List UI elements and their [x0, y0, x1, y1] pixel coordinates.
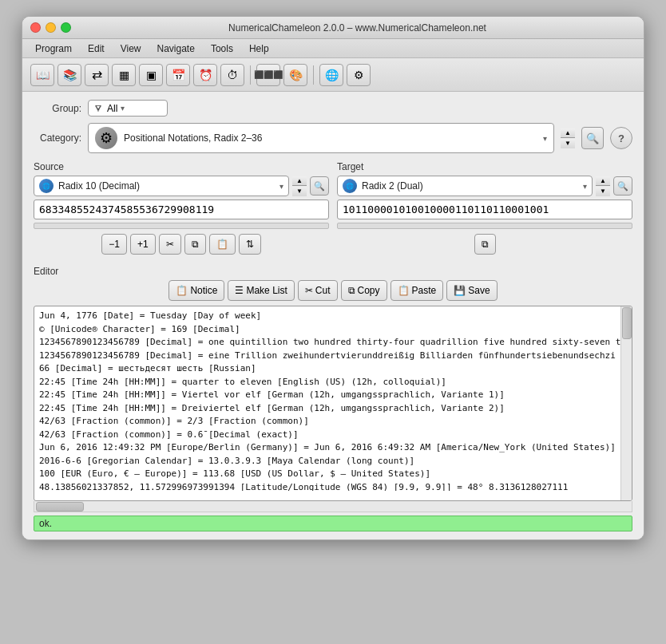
make-list-label: Make List — [246, 285, 287, 296]
main-window: NumericalChameleon 2.0.0 – www.Numerical… — [22, 16, 644, 540]
book-open-icon[interactable]: 📖 — [30, 64, 54, 86]
editor-vertical-scrollbar[interactable] — [620, 306, 632, 500]
editor-section: Editor 📋 Notice ☰ Make List ✂ Cut ⧉ Copy — [34, 266, 632, 531]
copy-target-button[interactable]: ⧉ — [474, 234, 496, 255]
cut-button[interactable]: ✂ — [159, 234, 181, 255]
timer-icon[interactable]: ⏱ — [220, 64, 244, 86]
source-radix-down-arrow[interactable]: ▼ — [292, 187, 307, 196]
editor-line: 1234567890123456789 [Decimal] = one quin… — [39, 336, 627, 350]
settings-icon[interactable]: ⚙ — [347, 64, 371, 86]
table-icon[interactable]: ▦ — [112, 64, 136, 86]
list-icon: ☰ — [235, 285, 244, 296]
target-panel: Target 🌐 Radix 2 (Dual) ▾ ▲ ▼ 🔍 10110000… — [337, 161, 632, 263]
target-scrollbar[interactable] — [337, 223, 632, 229]
editor-line: 66 [Decimal] = шестьдесят шесть [Russian… — [39, 362, 627, 376]
dots-icon[interactable]: ⬛⬛⬛ — [256, 64, 280, 86]
increment-label: +1 — [137, 239, 149, 250]
menu-navigate[interactable]: Navigate — [151, 41, 201, 56]
decrement-button[interactable]: −1 — [101, 234, 127, 255]
calendar-icon[interactable]: 📅 — [166, 64, 190, 86]
category-up-arrow[interactable]: ▲ — [561, 128, 575, 138]
color-icon[interactable]: 🎨 — [283, 64, 307, 86]
editor-area[interactable]: Jun 4, 1776 [Date] = Tuesday [Day of wee… — [34, 306, 632, 491]
titlebar: NumericalChameleon 2.0.0 – www.Numerical… — [22, 17, 644, 39]
copy-icon: ⧉ — [192, 239, 199, 250]
target-radix-down-arrow[interactable]: ▼ — [596, 187, 610, 196]
group-value: All — [107, 103, 117, 114]
copy-source-button[interactable]: ⧉ — [184, 234, 206, 255]
save-label: Save — [468, 285, 490, 296]
paste-icon-2: 📋 — [398, 285, 410, 296]
swap-button[interactable]: ⇅ — [239, 234, 261, 255]
target-value-field[interactable]: 101100001010010000110110110001001 — [337, 200, 632, 219]
group-row: Group: ⛛ All ▾ — [34, 100, 632, 117]
category-dropdown[interactable]: ⚙ Positional Notations, Radix 2–36 ▾ — [88, 123, 554, 153]
source-action-row: −1 +1 ✂ ⧉ 📋 ⇅ — [34, 234, 329, 255]
cut-label: Cut — [315, 285, 331, 296]
h-scrollbar-thumb[interactable] — [36, 502, 84, 512]
increment-button[interactable]: +1 — [130, 234, 156, 255]
maximize-button[interactable] — [61, 22, 71, 33]
category-down-arrow[interactable]: ▼ — [561, 139, 575, 148]
category-value: Positional Notations, Radix 2–36 — [124, 132, 262, 144]
menu-help[interactable]: Help — [243, 41, 276, 56]
source-radix-up-arrow[interactable]: ▲ — [292, 176, 307, 186]
category-scroll-arrows[interactable]: ▲ ▼ — [561, 128, 575, 148]
decrement-label: −1 — [109, 239, 120, 250]
clock-icon[interactable]: ⏰ — [193, 64, 217, 86]
editor-horizontal-scrollbar[interactable] — [34, 501, 632, 512]
editor-line: 48.13856021337852, 11.572996973991394 [L… — [39, 481, 627, 492]
notice-label: Notice — [190, 285, 217, 296]
group-chevron-down-icon: ▾ — [121, 104, 125, 113]
calc-icon[interactable]: ▣ — [139, 64, 163, 86]
book-icon[interactable]: 📚 — [57, 64, 81, 86]
source-radix-search-button[interactable]: 🔍 — [310, 176, 329, 196]
scrollbar-thumb[interactable] — [622, 307, 632, 339]
menu-view[interactable]: View — [114, 41, 148, 56]
status-bar: ok. — [34, 516, 632, 531]
target-radix-dropdown[interactable]: 🌐 Radix 2 (Dual) ▾ — [337, 176, 593, 196]
category-search-button[interactable]: 🔍 — [581, 127, 604, 149]
save-button[interactable]: 💾 Save — [446, 280, 497, 301]
save-icon: 💾 — [454, 285, 466, 296]
menu-edit[interactable]: Edit — [81, 41, 111, 56]
editor-paste-button[interactable]: 📋 Paste — [390, 280, 444, 301]
help-button[interactable]: ? — [610, 127, 632, 149]
editor-line: 100 [EUR (Euro, € – Europe)] = 113.68 [U… — [39, 468, 627, 481]
menu-program[interactable]: Program — [29, 41, 78, 56]
menu-tools[interactable]: Tools — [204, 41, 240, 56]
scissors-icon-2: ✂ — [305, 285, 313, 296]
make-list-button[interactable]: ☰ Make List — [228, 280, 294, 301]
paste-label: Paste — [412, 285, 437, 296]
target-radix-search-button[interactable]: 🔍 — [613, 176, 632, 196]
convert-icon[interactable]: ⇄ — [85, 64, 109, 86]
source-scrollbar[interactable] — [34, 223, 329, 229]
target-radix-arrows[interactable]: ▲ ▼ — [596, 176, 610, 196]
editor-copy-button[interactable]: ⧉ Copy — [341, 280, 387, 301]
toolbar-separator — [250, 65, 251, 85]
source-radix-text: Radix 10 (Decimal) — [58, 180, 275, 192]
minimize-button[interactable] — [46, 22, 56, 33]
group-dropdown[interactable]: ⛛ All ▾ — [88, 100, 168, 117]
filter-icon: ⛛ — [93, 102, 104, 114]
editor-toolbar: 📋 Notice ☰ Make List ✂ Cut ⧉ Copy 📋 — [34, 280, 632, 301]
editor-line: © [Unicode® Character] = 169 [Decimal] — [39, 323, 627, 337]
notice-button[interactable]: 📋 Notice — [168, 280, 224, 301]
notice-icon: 📋 — [176, 285, 188, 296]
source-value-field[interactable]: 6833485524374585536729908119 — [34, 200, 329, 219]
source-radix-dropdown[interactable]: 🌐 Radix 10 (Decimal) ▾ — [34, 176, 289, 196]
scissors-icon: ✂ — [166, 239, 174, 250]
paste-source-button[interactable]: 📋 — [209, 234, 236, 255]
window-controls — [30, 22, 71, 33]
target-radix-up-arrow[interactable]: ▲ — [596, 176, 610, 186]
source-radix-arrows[interactable]: ▲ ▼ — [292, 176, 307, 196]
source-label: Source — [34, 161, 329, 172]
target-radix-row: 🌐 Radix 2 (Dual) ▾ ▲ ▼ 🔍 — [337, 176, 632, 196]
editor-cut-button[interactable]: ✂ Cut — [298, 280, 338, 301]
category-label: Category: — [34, 132, 81, 144]
network-icon[interactable]: 🌐 — [319, 64, 343, 86]
close-button[interactable] — [30, 22, 41, 33]
copy-label: Copy — [358, 285, 380, 296]
copy-icon-2: ⧉ — [348, 285, 355, 296]
window-title: NumericalChameleon 2.0.0 – www.Numerical… — [79, 22, 636, 34]
